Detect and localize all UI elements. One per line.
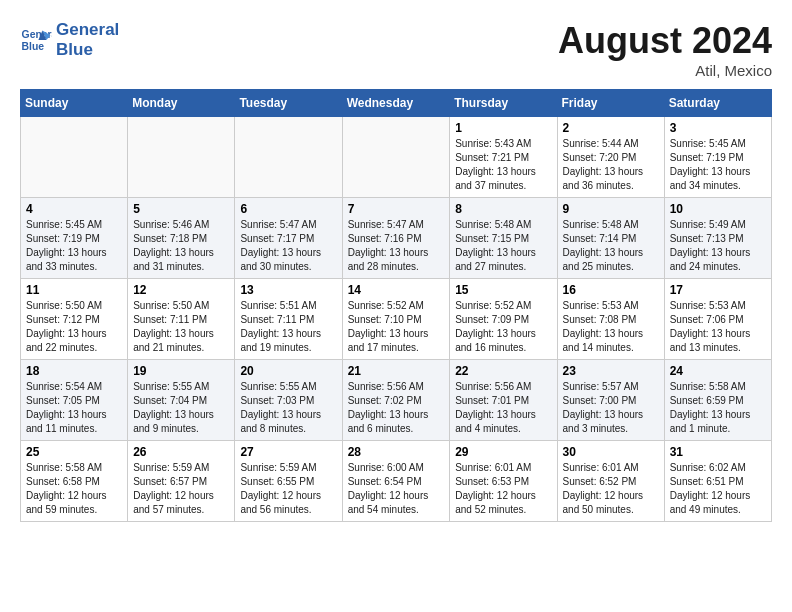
day-of-week-header: Wednesday xyxy=(342,90,450,117)
calendar-day-cell: 10Sunrise: 5:49 AMSunset: 7:13 PMDayligh… xyxy=(664,198,771,279)
day-number: 18 xyxy=(26,364,122,378)
calendar-day-cell: 22Sunrise: 5:56 AMSunset: 7:01 PMDayligh… xyxy=(450,360,557,441)
day-number: 1 xyxy=(455,121,551,135)
svg-text:Blue: Blue xyxy=(22,40,45,51)
day-info: Sunrise: 5:45 AMSunset: 7:19 PMDaylight:… xyxy=(670,137,766,193)
calendar-day-cell: 2Sunrise: 5:44 AMSunset: 7:20 PMDaylight… xyxy=(557,117,664,198)
calendar-day-cell: 31Sunrise: 6:02 AMSunset: 6:51 PMDayligh… xyxy=(664,441,771,522)
title-section: August 2024 Atil, Mexico xyxy=(558,20,772,79)
day-info: Sunrise: 6:01 AMSunset: 6:52 PMDaylight:… xyxy=(563,461,659,517)
calendar-day-cell: 28Sunrise: 6:00 AMSunset: 6:54 PMDayligh… xyxy=(342,441,450,522)
day-number: 22 xyxy=(455,364,551,378)
day-number: 16 xyxy=(563,283,659,297)
day-number: 11 xyxy=(26,283,122,297)
day-number: 8 xyxy=(455,202,551,216)
day-info: Sunrise: 5:53 AMSunset: 7:08 PMDaylight:… xyxy=(563,299,659,355)
day-info: Sunrise: 5:43 AMSunset: 7:21 PMDaylight:… xyxy=(455,137,551,193)
day-number: 23 xyxy=(563,364,659,378)
logo-line2: Blue xyxy=(56,40,119,60)
day-number: 21 xyxy=(348,364,445,378)
calendar-day-cell: 19Sunrise: 5:55 AMSunset: 7:04 PMDayligh… xyxy=(128,360,235,441)
day-number: 4 xyxy=(26,202,122,216)
day-number: 27 xyxy=(240,445,336,459)
calendar-day-cell xyxy=(21,117,128,198)
calendar-week-row: 11Sunrise: 5:50 AMSunset: 7:12 PMDayligh… xyxy=(21,279,772,360)
calendar-day-cell: 29Sunrise: 6:01 AMSunset: 6:53 PMDayligh… xyxy=(450,441,557,522)
day-of-week-header: Sunday xyxy=(21,90,128,117)
day-info: Sunrise: 5:56 AMSunset: 7:02 PMDaylight:… xyxy=(348,380,445,436)
calendar-day-cell: 24Sunrise: 5:58 AMSunset: 6:59 PMDayligh… xyxy=(664,360,771,441)
day-number: 10 xyxy=(670,202,766,216)
logo: General Blue General Blue xyxy=(20,20,119,59)
calendar-day-cell: 20Sunrise: 5:55 AMSunset: 7:03 PMDayligh… xyxy=(235,360,342,441)
day-info: Sunrise: 5:51 AMSunset: 7:11 PMDaylight:… xyxy=(240,299,336,355)
day-info: Sunrise: 5:48 AMSunset: 7:15 PMDaylight:… xyxy=(455,218,551,274)
day-info: Sunrise: 5:55 AMSunset: 7:04 PMDaylight:… xyxy=(133,380,229,436)
calendar-day-cell: 6Sunrise: 5:47 AMSunset: 7:17 PMDaylight… xyxy=(235,198,342,279)
day-number: 6 xyxy=(240,202,336,216)
day-number: 14 xyxy=(348,283,445,297)
day-of-week-header: Friday xyxy=(557,90,664,117)
day-number: 3 xyxy=(670,121,766,135)
day-number: 31 xyxy=(670,445,766,459)
day-of-week-header: Monday xyxy=(128,90,235,117)
calendar-day-cell: 5Sunrise: 5:46 AMSunset: 7:18 PMDaylight… xyxy=(128,198,235,279)
day-number: 24 xyxy=(670,364,766,378)
day-info: Sunrise: 5:50 AMSunset: 7:11 PMDaylight:… xyxy=(133,299,229,355)
day-number: 2 xyxy=(563,121,659,135)
calendar-day-cell: 13Sunrise: 5:51 AMSunset: 7:11 PMDayligh… xyxy=(235,279,342,360)
calendar-day-cell xyxy=(128,117,235,198)
calendar-table: SundayMondayTuesdayWednesdayThursdayFrid… xyxy=(20,89,772,522)
calendar-day-cell: 7Sunrise: 5:47 AMSunset: 7:16 PMDaylight… xyxy=(342,198,450,279)
calendar-week-row: 18Sunrise: 5:54 AMSunset: 7:05 PMDayligh… xyxy=(21,360,772,441)
month-title: August 2024 xyxy=(558,20,772,62)
calendar-header-row: SundayMondayTuesdayWednesdayThursdayFrid… xyxy=(21,90,772,117)
day-info: Sunrise: 5:54 AMSunset: 7:05 PMDaylight:… xyxy=(26,380,122,436)
calendar-week-row: 4Sunrise: 5:45 AMSunset: 7:19 PMDaylight… xyxy=(21,198,772,279)
day-info: Sunrise: 5:47 AMSunset: 7:16 PMDaylight:… xyxy=(348,218,445,274)
day-info: Sunrise: 6:01 AMSunset: 6:53 PMDaylight:… xyxy=(455,461,551,517)
calendar-week-row: 1Sunrise: 5:43 AMSunset: 7:21 PMDaylight… xyxy=(21,117,772,198)
day-info: Sunrise: 5:46 AMSunset: 7:18 PMDaylight:… xyxy=(133,218,229,274)
day-number: 5 xyxy=(133,202,229,216)
day-of-week-header: Tuesday xyxy=(235,90,342,117)
calendar-day-cell: 27Sunrise: 5:59 AMSunset: 6:55 PMDayligh… xyxy=(235,441,342,522)
calendar-day-cell: 14Sunrise: 5:52 AMSunset: 7:10 PMDayligh… xyxy=(342,279,450,360)
day-info: Sunrise: 5:53 AMSunset: 7:06 PMDaylight:… xyxy=(670,299,766,355)
calendar-day-cell xyxy=(342,117,450,198)
calendar-day-cell: 12Sunrise: 5:50 AMSunset: 7:11 PMDayligh… xyxy=(128,279,235,360)
calendar-day-cell: 9Sunrise: 5:48 AMSunset: 7:14 PMDaylight… xyxy=(557,198,664,279)
calendar-day-cell: 25Sunrise: 5:58 AMSunset: 6:58 PMDayligh… xyxy=(21,441,128,522)
logo-line1: General xyxy=(56,20,119,40)
day-info: Sunrise: 5:49 AMSunset: 7:13 PMDaylight:… xyxy=(670,218,766,274)
calendar-day-cell: 18Sunrise: 5:54 AMSunset: 7:05 PMDayligh… xyxy=(21,360,128,441)
day-info: Sunrise: 5:56 AMSunset: 7:01 PMDaylight:… xyxy=(455,380,551,436)
day-number: 29 xyxy=(455,445,551,459)
day-info: Sunrise: 5:59 AMSunset: 6:55 PMDaylight:… xyxy=(240,461,336,517)
calendar-day-cell: 17Sunrise: 5:53 AMSunset: 7:06 PMDayligh… xyxy=(664,279,771,360)
day-info: Sunrise: 5:45 AMSunset: 7:19 PMDaylight:… xyxy=(26,218,122,274)
day-number: 7 xyxy=(348,202,445,216)
day-info: Sunrise: 5:55 AMSunset: 7:03 PMDaylight:… xyxy=(240,380,336,436)
calendar-week-row: 25Sunrise: 5:58 AMSunset: 6:58 PMDayligh… xyxy=(21,441,772,522)
location: Atil, Mexico xyxy=(558,62,772,79)
day-info: Sunrise: 6:02 AMSunset: 6:51 PMDaylight:… xyxy=(670,461,766,517)
day-number: 26 xyxy=(133,445,229,459)
day-info: Sunrise: 5:57 AMSunset: 7:00 PMDaylight:… xyxy=(563,380,659,436)
day-number: 25 xyxy=(26,445,122,459)
day-number: 19 xyxy=(133,364,229,378)
calendar-day-cell: 21Sunrise: 5:56 AMSunset: 7:02 PMDayligh… xyxy=(342,360,450,441)
day-info: Sunrise: 5:48 AMSunset: 7:14 PMDaylight:… xyxy=(563,218,659,274)
calendar-day-cell: 3Sunrise: 5:45 AMSunset: 7:19 PMDaylight… xyxy=(664,117,771,198)
day-number: 13 xyxy=(240,283,336,297)
day-of-week-header: Saturday xyxy=(664,90,771,117)
calendar-day-cell: 8Sunrise: 5:48 AMSunset: 7:15 PMDaylight… xyxy=(450,198,557,279)
day-info: Sunrise: 5:47 AMSunset: 7:17 PMDaylight:… xyxy=(240,218,336,274)
day-info: Sunrise: 5:50 AMSunset: 7:12 PMDaylight:… xyxy=(26,299,122,355)
calendar-day-cell: 30Sunrise: 6:01 AMSunset: 6:52 PMDayligh… xyxy=(557,441,664,522)
calendar-day-cell: 26Sunrise: 5:59 AMSunset: 6:57 PMDayligh… xyxy=(128,441,235,522)
day-number: 15 xyxy=(455,283,551,297)
calendar-day-cell: 11Sunrise: 5:50 AMSunset: 7:12 PMDayligh… xyxy=(21,279,128,360)
logo-icon: General Blue xyxy=(20,24,52,56)
calendar-day-cell: 23Sunrise: 5:57 AMSunset: 7:00 PMDayligh… xyxy=(557,360,664,441)
